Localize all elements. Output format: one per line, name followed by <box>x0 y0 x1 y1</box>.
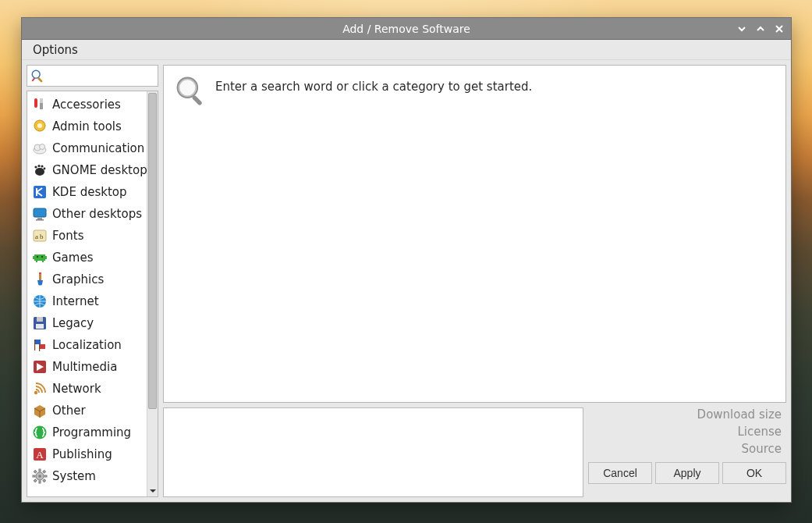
window-controls <box>733 18 788 39</box>
software-window: Add / Remove Software Options <box>21 17 792 503</box>
category-label: Admin tools <box>52 119 122 133</box>
meta-column: Download size License Source Cancel Appl… <box>588 407 786 497</box>
category-item-other-desktops[interactable]: Other desktops <box>27 203 147 225</box>
cloud-icon <box>32 141 48 156</box>
shade-button[interactable] <box>733 20 750 37</box>
maximize-button[interactable] <box>752 20 769 37</box>
category-label: Publishing <box>52 447 112 461</box>
apply-button[interactable]: Apply <box>655 462 719 484</box>
category-label: Other <box>52 404 86 418</box>
bottom-row: Download size License Source Cancel Appl… <box>163 407 786 497</box>
ok-button[interactable]: OK <box>722 462 786 484</box>
category-label: Other desktops <box>52 207 142 221</box>
network-icon <box>32 381 48 397</box>
category-item-accessories[interactable]: Accessories <box>27 94 147 116</box>
category-label: Communication <box>52 141 144 155</box>
category-item-kde-desktop[interactable]: KDE desktop <box>27 181 147 203</box>
category-item-other[interactable]: Other <box>27 400 147 422</box>
category-item-multimedia[interactable]: Multimedia <box>27 356 147 378</box>
category-label: Graphics <box>52 272 104 286</box>
svg-rect-4 <box>192 95 203 106</box>
invader-icon <box>32 250 48 265</box>
svg-point-3 <box>178 78 197 97</box>
knife-icon <box>32 97 48 112</box>
svg-rect-1 <box>37 77 43 83</box>
globe-icon <box>32 294 48 309</box>
button-row: Cancel Apply OK <box>588 462 786 484</box>
label-license: License <box>588 425 783 439</box>
left-pane: AccessoriesAdmin toolsCommunicationGNOME… <box>27 65 158 497</box>
category-label: Fonts <box>52 229 83 243</box>
chevron-down-icon <box>737 24 746 34</box>
scrollbar-thumb[interactable] <box>148 93 157 409</box>
category-label: Localization <box>52 338 122 352</box>
category-item-system[interactable]: System <box>27 465 147 487</box>
fonts-icon <box>32 228 48 244</box>
floppy-icon <box>32 315 48 331</box>
category-item-publishing[interactable]: Publishing <box>27 443 147 465</box>
category-label: KDE desktop <box>52 185 126 199</box>
window-title: Add / Remove Software <box>342 23 470 35</box>
category-item-localization[interactable]: Localization <box>27 334 147 356</box>
category-item-games[interactable]: Games <box>27 247 147 269</box>
menubar: Options <box>22 40 791 60</box>
titlebar[interactable]: Add / Remove Software <box>22 18 791 40</box>
category-label: Network <box>52 382 101 396</box>
category-label: System <box>52 469 96 483</box>
magnifier-icon <box>173 73 207 108</box>
search-icon <box>30 69 44 83</box>
category-label: Internet <box>52 294 99 308</box>
chevron-up-icon <box>756 24 765 34</box>
category-item-network[interactable]: Network <box>27 378 147 400</box>
label-source: Source <box>588 442 783 456</box>
category-item-communication[interactable]: Communication <box>27 137 147 159</box>
category-label: Programming <box>52 425 131 439</box>
meta-labels: Download size License Source <box>588 407 786 456</box>
category-label: Multimedia <box>52 360 117 374</box>
placeholder-text: Enter a search word or click a category … <box>215 73 532 94</box>
box-icon <box>32 403 48 418</box>
category-label: Legacy <box>52 316 94 330</box>
letter-a-icon <box>32 447 48 462</box>
category-label: Games <box>52 251 93 265</box>
kde-icon <box>32 184 48 200</box>
close-icon <box>775 24 784 34</box>
menu-options[interactable]: Options <box>27 41 84 59</box>
category-label: Accessories <box>52 98 121 112</box>
category-item-legacy[interactable]: Legacy <box>27 312 147 334</box>
package-detail-box <box>163 407 583 497</box>
label-download-size: Download size <box>588 407 783 422</box>
category-item-fonts[interactable]: Fonts <box>27 225 147 247</box>
search-field-wrap[interactable] <box>27 65 158 87</box>
braces-icon <box>32 425 48 440</box>
category-item-internet[interactable]: Internet <box>27 290 147 312</box>
film-icon <box>32 359 48 375</box>
flags-icon <box>32 337 48 353</box>
cancel-button[interactable]: Cancel <box>588 462 652 484</box>
category-item-gnome-desktop[interactable]: GNOME desktop <box>27 159 147 181</box>
category-scrollbar[interactable] <box>147 91 158 496</box>
category-panel: AccessoriesAdmin toolsCommunicationGNOME… <box>27 91 158 497</box>
close-button[interactable] <box>771 20 788 37</box>
results-area: Enter a search word or click a category … <box>163 65 786 403</box>
foot-icon <box>32 162 48 178</box>
right-pane: Enter a search word or click a category … <box>163 65 786 497</box>
scrollbar-down-arrow-icon[interactable] <box>147 486 158 496</box>
gear-icon <box>32 468 48 484</box>
desktop-icon <box>32 206 48 222</box>
window-body: AccessoriesAdmin toolsCommunicationGNOME… <box>22 60 791 502</box>
svg-point-0 <box>32 70 40 78</box>
category-item-graphics[interactable]: Graphics <box>27 269 147 290</box>
desktop-background: Add / Remove Software Options <box>0 0 812 523</box>
category-item-admin-tools[interactable]: Admin tools <box>27 116 147 137</box>
badge-icon <box>32 119 48 134</box>
category-item-programming[interactable]: Programming <box>27 422 147 443</box>
brush-icon <box>32 272 48 287</box>
category-list[interactable]: AccessoriesAdmin toolsCommunicationGNOME… <box>27 91 147 496</box>
category-label: GNOME desktop <box>52 163 147 177</box>
